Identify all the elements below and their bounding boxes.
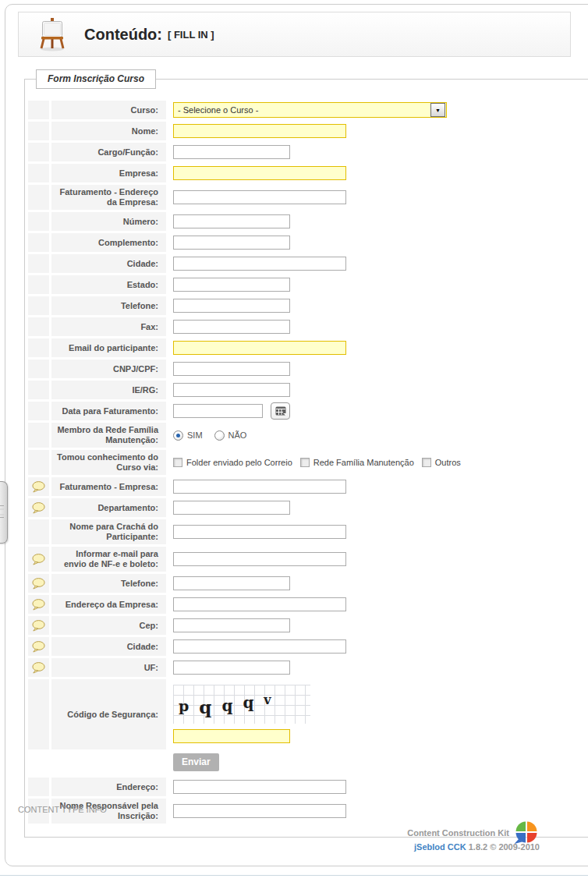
field-label-text: Data para Faturamento: — [62, 406, 158, 416]
telefone-empresa-input[interactable] — [173, 576, 290, 590]
field-label-faturamento-empresa: Faturamento - Empresa: — [51, 477, 166, 496]
balloon-cell — [28, 477, 49, 496]
form-row-complemento: Complemento: — [28, 233, 588, 252]
email-participante-input[interactable] — [173, 341, 346, 355]
data-faturamento-input[interactable] — [173, 404, 263, 418]
field-label-email-nfe-boleto: Informar e-mail para envio de NF-e e bol… — [51, 547, 166, 572]
input-area-cidade-empresa — [173, 637, 346, 656]
departamento-input[interactable] — [173, 501, 290, 515]
page-header: Conteúdo: [ FILL IN ] — [18, 12, 571, 57]
page-container: Conteúdo: [ FILL IN ] Form Inscrição Cur… — [5, 4, 588, 866]
field-label-ie-rg: IE/RG: — [51, 381, 166, 399]
empresa-input[interactable] — [173, 166, 346, 180]
form-row-numero: Número: — [28, 212, 588, 231]
enviar-button[interactable]: Enviar — [173, 753, 219, 771]
input-area-ie-rg — [173, 381, 290, 399]
comment-balloon-icon[interactable] — [32, 641, 45, 653]
row-marker-cell — [28, 143, 49, 161]
calendar-button[interactable] — [271, 402, 290, 420]
captcha-char: q — [243, 695, 253, 710]
field-label-text: Código de Segurança: — [67, 710, 158, 720]
input-area-nome-responsavel-inscricao — [173, 799, 346, 824]
comment-balloon-icon[interactable] — [32, 554, 45, 565]
faturamento-empresa-input[interactable] — [173, 480, 346, 494]
cck-label: Content Construction Kit — [407, 828, 509, 838]
field-label-email-participante: Email do participante: — [51, 338, 166, 357]
curso-select[interactable]: - Selecione o Curso -▼ — [173, 102, 447, 118]
comment-balloon-icon[interactable] — [32, 502, 45, 514]
checkbox-rede-fam-lia-manuten-o[interactable] — [300, 458, 310, 467]
radio-não[interactable] — [214, 430, 225, 441]
form-row-telefone: Telefone: — [28, 296, 588, 315]
balloon-cell — [28, 498, 49, 517]
field-label-text: Complemento: — [98, 238, 158, 248]
field-label-text: Endereço: — [116, 782, 158, 792]
nome-cracha-participante-input[interactable] — [173, 525, 346, 539]
field-label-text: Curso: — [131, 105, 158, 115]
form-legend: Form Inscrição Curso — [36, 69, 156, 89]
form-row-nome-cracha-participante: Nome para Crachá do Participante: — [28, 519, 588, 544]
cargo-funcao-input[interactable] — [173, 145, 290, 159]
balloon-cell — [28, 547, 49, 572]
captcha-char: q — [199, 698, 211, 716]
checkbox-folder-enviado-pelo-correio[interactable] — [173, 458, 182, 467]
nome-input[interactable] — [173, 124, 346, 138]
field-label-text: Cep: — [140, 621, 158, 631]
endereco-input[interactable] — [173, 780, 346, 794]
bottom-divider — [0, 875, 588, 876]
fax-input[interactable] — [173, 320, 290, 334]
dropdown-arrow-icon[interactable]: ▼ — [430, 103, 445, 117]
cck-credit: Content Construction Kit jSeblod CCK 1.8… — [407, 820, 540, 852]
comment-balloon-icon[interactable] — [32, 578, 45, 590]
nome-responsavel-inscricao-input[interactable] — [173, 804, 346, 818]
input-area-curso: - Selecione o Curso -▼ — [173, 101, 447, 119]
row-marker-cell — [28, 679, 49, 749]
numero-input[interactable] — [173, 214, 290, 228]
comment-balloon-icon[interactable] — [32, 620, 45, 632]
radio-sim[interactable] — [173, 430, 183, 441]
field-label-data-faturamento: Data para Faturamento: — [51, 402, 166, 420]
row-marker-cell — [28, 317, 49, 336]
form-row-email-nfe-boleto: Informar e-mail para envio de NF-e e bol… — [28, 547, 588, 572]
form-row-membro-rede-familia: Membro da Rede Família Manutenção:SIMNÃO — [28, 423, 588, 448]
row-marker-cell — [28, 402, 49, 420]
comment-balloon-icon[interactable] — [32, 481, 45, 493]
cep-input[interactable] — [173, 618, 290, 632]
uf-input[interactable] — [173, 661, 290, 675]
row-marker-cell — [28, 296, 49, 315]
field-label-text: Telefone: — [121, 301, 158, 311]
faturamento-endereco-empresa-input[interactable] — [173, 190, 346, 204]
estado-input[interactable] — [173, 278, 290, 292]
field-label-curso: Curso: — [51, 101, 166, 119]
jseblod-link[interactable]: jSeblod CCK — [414, 842, 466, 852]
input-area-endereco-empresa — [173, 595, 346, 614]
input-area-nome — [173, 122, 346, 140]
comment-balloon-icon[interactable] — [32, 599, 45, 611]
cidade-empresa-input[interactable] — [173, 639, 346, 654]
telefone-input[interactable] — [173, 299, 290, 313]
cnpj-cpf-input[interactable] — [173, 362, 290, 376]
field-label-text: Nome para Crachá do Participante: — [55, 522, 158, 542]
field-label-estado: Estado: — [51, 275, 166, 294]
input-area-codigo-seguranca: pqqqv — [173, 679, 310, 749]
input-area-faturamento-empresa — [173, 477, 346, 496]
codigo-seguranca-input[interactable] — [173, 729, 290, 743]
row-marker-cell — [28, 338, 49, 357]
field-label-complemento: Complemento: — [51, 233, 166, 252]
input-area-enviar: Enviar — [173, 753, 219, 771]
row-marker-cell — [28, 381, 49, 399]
checkbox-label: Folder enviado pelo Correio — [186, 458, 292, 467]
form-row-endereco-empresa: Endereço da Empresa: — [28, 595, 588, 614]
form-row-codigo-seguranca: Código de Segurança:pqqqv — [28, 679, 588, 749]
side-panel-handle[interactable] — [0, 481, 8, 544]
ie-rg-input[interactable] — [173, 383, 290, 397]
balloon-cell — [28, 616, 49, 635]
email-nfe-boleto-input[interactable] — [173, 552, 346, 566]
checkbox-outros[interactable] — [422, 458, 431, 467]
endereco-empresa-input[interactable] — [173, 597, 346, 611]
cidade-input[interactable] — [173, 257, 346, 271]
field-label-text: Faturamento - Empresa: — [59, 482, 158, 492]
complemento-input[interactable] — [173, 236, 290, 250]
comment-balloon-icon[interactable] — [32, 662, 45, 674]
field-label-text: UF: — [144, 663, 158, 673]
